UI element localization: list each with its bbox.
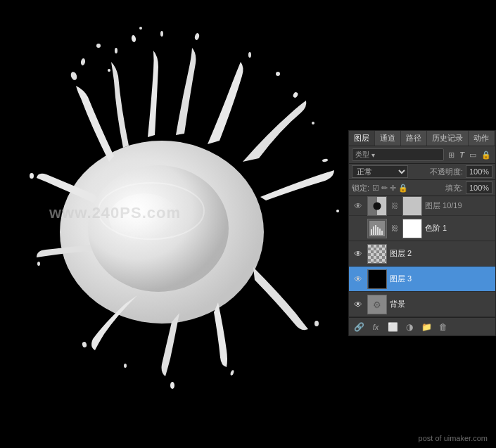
tab-layers[interactable]: 图层 [349, 131, 375, 146]
search-dropdown-icon: ▾ [371, 151, 375, 159]
layer-thumb-layer3 [367, 269, 387, 289]
canvas-area: www.240PS.com post of uimaker.com 图层 通道 … [0, 0, 496, 448]
svg-point-21 [276, 72, 280, 76]
fill-input[interactable] [466, 181, 492, 194]
search-icons: ⊞ T ▭ 🔒 [447, 150, 492, 160]
svg-point-4 [115, 48, 117, 53]
layer-2-item[interactable]: 👁 图层 2 [349, 241, 495, 267]
layer-thumb-bg: ⚙ [367, 295, 387, 314]
layer-adjustment-name: 色阶 1 [425, 223, 492, 233]
opacity-input[interactable] [466, 165, 492, 178]
svg-point-20 [108, 69, 110, 72]
search-icon-lock[interactable]: 🔒 [480, 150, 492, 160]
lock-icons: ☑ ✏ ✛ 🔒 [372, 184, 408, 193]
svg-rect-36 [379, 229, 381, 235]
search-icon-t[interactable]: T [458, 150, 466, 160]
layer-thumb-adjustment-mask [402, 219, 422, 238]
tab-history[interactable]: 历史记录 [427, 131, 469, 146]
svg-text:⚙: ⚙ [373, 299, 381, 309]
svg-point-23 [336, 210, 339, 212]
svg-point-19 [139, 27, 142, 30]
svg-rect-33 [373, 226, 374, 235]
svg-rect-32 [371, 229, 372, 235]
svg-point-13 [170, 382, 174, 389]
svg-point-11 [314, 321, 319, 326]
layer-thumb-adjustment [367, 219, 387, 238]
link-icon-top: ⛓ [390, 201, 400, 211]
layer-thumb-layer2 [367, 244, 387, 264]
eye-icon-top[interactable]: 👁 [352, 200, 364, 212]
layer-top-partial[interactable]: 👁 ⛓ 图层 10/19 [349, 196, 495, 216]
bottom-toolbar: 🔗 fx ⬜ ◑ 📁 🗑 [349, 317, 495, 335]
svg-point-29 [373, 202, 381, 210]
footer-text: post of uimaker.com [419, 434, 488, 442]
layer-3-name: 图层 3 [390, 274, 492, 284]
search-row: 类型 ▾ ⊞ T ▭ 🔒 [349, 146, 495, 164]
eye-icon-bg[interactable]: 👁 [352, 298, 364, 311]
svg-rect-37 [381, 231, 383, 235]
blend-row: 正常 不透明度: [349, 164, 495, 180]
folder-btn[interactable]: 📁 [419, 320, 433, 334]
lock-label: 锁定: [352, 183, 369, 193]
svg-rect-35 [377, 227, 379, 235]
tab-channels[interactable]: 通道 [375, 131, 401, 146]
eye-icon-layer3[interactable]: 👁 [352, 273, 364, 286]
lock-row: 锁定: ☑ ✏ ✛ 🔒 填充: [349, 180, 495, 196]
svg-point-26 [109, 193, 179, 243]
link-icon-adjustment: ⛓ [390, 224, 400, 233]
svg-rect-38 [403, 219, 421, 238]
search-icon-1[interactable]: ⊞ [447, 150, 456, 160]
layer-2-name: 图层 2 [390, 248, 492, 259]
eye-icon-adjustment[interactable]: 👁 [352, 222, 364, 235]
layers-panel: 图层 通道 路径 历史记录 动作 类型 ▾ ⊞ T ▭ [348, 130, 496, 336]
fill-label: 填充: [445, 183, 463, 193]
layer-adjustment[interactable]: 👁 ⛓ 色阶 1 [349, 216, 495, 241]
fx-btn[interactable]: fx [369, 320, 383, 334]
layer-thumb-top-mask [402, 196, 422, 216]
search-box[interactable]: 类型 ▾ [352, 148, 444, 161]
lock-icon-brush[interactable]: ✏ [381, 184, 388, 193]
layer-top-name: 图层 10/19 [425, 200, 462, 211]
layer-bg-name: 背景 [390, 299, 492, 309]
svg-point-14 [124, 364, 127, 368]
tab-paths[interactable]: 路径 [401, 131, 427, 146]
layer-thumb-top [367, 196, 387, 216]
tab-actions[interactable]: 动作 [469, 131, 495, 146]
adjustment-btn[interactable]: ◑ [402, 320, 416, 334]
layer-3-item[interactable]: 👁 图层 3 [349, 267, 495, 292]
mask-btn[interactable]: ⬜ [386, 320, 400, 334]
link-btn[interactable]: 🔗 [352, 320, 366, 334]
blend-mode-select[interactable]: 正常 [352, 165, 408, 178]
opacity-label: 不透明度: [430, 167, 463, 177]
layer-bg-item[interactable]: 👁 ⚙ 背景 [349, 292, 495, 317]
eye-icon-layer2[interactable]: 👁 [352, 248, 364, 260]
lock-icon-check[interactable]: ☑ [372, 184, 379, 193]
panel-tabs: 图层 通道 路径 历史记录 动作 [349, 131, 495, 146]
lock-icon-move[interactable]: ✛ [390, 184, 396, 193]
svg-rect-39 [368, 269, 386, 289]
svg-point-22 [312, 122, 314, 124]
svg-point-16 [37, 262, 40, 266]
svg-point-18 [96, 44, 101, 48]
svg-point-17 [30, 173, 34, 179]
svg-point-8 [248, 52, 251, 58]
svg-rect-34 [375, 225, 376, 235]
splash-image [0, 0, 345, 448]
search-icon-box[interactable]: ▭ [468, 150, 478, 160]
search-type-label: 类型 [355, 150, 369, 160]
lock-icon-lock[interactable]: 🔒 [398, 184, 408, 193]
trash-btn[interactable]: 🗑 [436, 320, 450, 334]
svg-point-6 [160, 31, 163, 37]
svg-rect-30 [403, 197, 421, 215]
